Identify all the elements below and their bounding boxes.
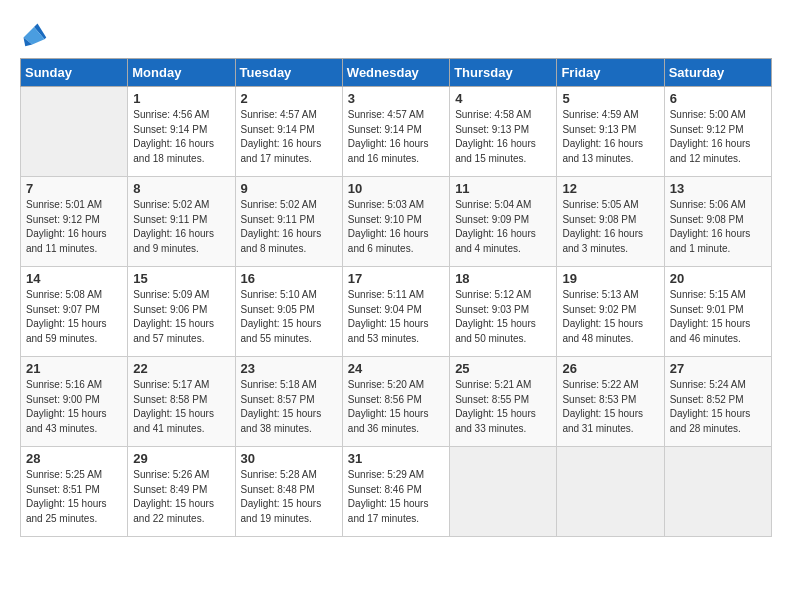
day-info: Sunrise: 5:13 AMSunset: 9:02 PMDaylight:… xyxy=(562,288,658,346)
calendar-cell: 23Sunrise: 5:18 AMSunset: 8:57 PMDayligh… xyxy=(235,357,342,447)
calendar-cell: 7Sunrise: 5:01 AMSunset: 9:12 PMDaylight… xyxy=(21,177,128,267)
calendar-cell: 21Sunrise: 5:16 AMSunset: 9:00 PMDayligh… xyxy=(21,357,128,447)
calendar-cell xyxy=(450,447,557,537)
calendar-cell xyxy=(557,447,664,537)
day-number: 14 xyxy=(26,271,122,286)
day-number: 11 xyxy=(455,181,551,196)
day-info: Sunrise: 4:59 AMSunset: 9:13 PMDaylight:… xyxy=(562,108,658,166)
day-info: Sunrise: 5:02 AMSunset: 9:11 PMDaylight:… xyxy=(133,198,229,256)
day-number: 28 xyxy=(26,451,122,466)
day-info: Sunrise: 5:25 AMSunset: 8:51 PMDaylight:… xyxy=(26,468,122,526)
day-info: Sunrise: 5:22 AMSunset: 8:53 PMDaylight:… xyxy=(562,378,658,436)
calendar-week-row: 21Sunrise: 5:16 AMSunset: 9:00 PMDayligh… xyxy=(21,357,772,447)
day-info: Sunrise: 5:20 AMSunset: 8:56 PMDaylight:… xyxy=(348,378,444,436)
calendar-table: SundayMondayTuesdayWednesdayThursdayFrid… xyxy=(20,58,772,537)
day-number: 26 xyxy=(562,361,658,376)
calendar-cell: 14Sunrise: 5:08 AMSunset: 9:07 PMDayligh… xyxy=(21,267,128,357)
day-info: Sunrise: 4:57 AMSunset: 9:14 PMDaylight:… xyxy=(241,108,337,166)
day-info: Sunrise: 5:12 AMSunset: 9:03 PMDaylight:… xyxy=(455,288,551,346)
calendar-cell: 29Sunrise: 5:26 AMSunset: 8:49 PMDayligh… xyxy=(128,447,235,537)
calendar-cell: 17Sunrise: 5:11 AMSunset: 9:04 PMDayligh… xyxy=(342,267,449,357)
day-info: Sunrise: 5:06 AMSunset: 9:08 PMDaylight:… xyxy=(670,198,766,256)
calendar-cell: 25Sunrise: 5:21 AMSunset: 8:55 PMDayligh… xyxy=(450,357,557,447)
page-header xyxy=(20,20,772,48)
day-info: Sunrise: 5:09 AMSunset: 9:06 PMDaylight:… xyxy=(133,288,229,346)
day-info: Sunrise: 5:26 AMSunset: 8:49 PMDaylight:… xyxy=(133,468,229,526)
day-number: 7 xyxy=(26,181,122,196)
calendar-cell: 13Sunrise: 5:06 AMSunset: 9:08 PMDayligh… xyxy=(664,177,771,267)
day-info: Sunrise: 5:11 AMSunset: 9:04 PMDaylight:… xyxy=(348,288,444,346)
day-number: 27 xyxy=(670,361,766,376)
day-number: 1 xyxy=(133,91,229,106)
day-info: Sunrise: 4:58 AMSunset: 9:13 PMDaylight:… xyxy=(455,108,551,166)
weekday-header: Wednesday xyxy=(342,59,449,87)
weekday-header: Sunday xyxy=(21,59,128,87)
day-number: 23 xyxy=(241,361,337,376)
weekday-header: Tuesday xyxy=(235,59,342,87)
logo-icon xyxy=(20,20,48,48)
day-number: 15 xyxy=(133,271,229,286)
day-info: Sunrise: 5:28 AMSunset: 8:48 PMDaylight:… xyxy=(241,468,337,526)
day-info: Sunrise: 5:10 AMSunset: 9:05 PMDaylight:… xyxy=(241,288,337,346)
calendar-cell: 4Sunrise: 4:58 AMSunset: 9:13 PMDaylight… xyxy=(450,87,557,177)
day-number: 2 xyxy=(241,91,337,106)
calendar-cell xyxy=(21,87,128,177)
calendar-cell: 18Sunrise: 5:12 AMSunset: 9:03 PMDayligh… xyxy=(450,267,557,357)
day-info: Sunrise: 5:02 AMSunset: 9:11 PMDaylight:… xyxy=(241,198,337,256)
day-info: Sunrise: 5:04 AMSunset: 9:09 PMDaylight:… xyxy=(455,198,551,256)
day-number: 9 xyxy=(241,181,337,196)
calendar-cell: 15Sunrise: 5:09 AMSunset: 9:06 PMDayligh… xyxy=(128,267,235,357)
day-info: Sunrise: 5:03 AMSunset: 9:10 PMDaylight:… xyxy=(348,198,444,256)
calendar-cell: 9Sunrise: 5:02 AMSunset: 9:11 PMDaylight… xyxy=(235,177,342,267)
day-info: Sunrise: 5:18 AMSunset: 8:57 PMDaylight:… xyxy=(241,378,337,436)
day-number: 5 xyxy=(562,91,658,106)
calendar-cell: 3Sunrise: 4:57 AMSunset: 9:14 PMDaylight… xyxy=(342,87,449,177)
day-number: 16 xyxy=(241,271,337,286)
calendar-week-row: 7Sunrise: 5:01 AMSunset: 9:12 PMDaylight… xyxy=(21,177,772,267)
calendar-cell: 2Sunrise: 4:57 AMSunset: 9:14 PMDaylight… xyxy=(235,87,342,177)
day-info: Sunrise: 5:24 AMSunset: 8:52 PMDaylight:… xyxy=(670,378,766,436)
calendar-week-row: 1Sunrise: 4:56 AMSunset: 9:14 PMDaylight… xyxy=(21,87,772,177)
calendar-cell: 16Sunrise: 5:10 AMSunset: 9:05 PMDayligh… xyxy=(235,267,342,357)
calendar-cell: 27Sunrise: 5:24 AMSunset: 8:52 PMDayligh… xyxy=(664,357,771,447)
day-info: Sunrise: 5:00 AMSunset: 9:12 PMDaylight:… xyxy=(670,108,766,166)
day-number: 10 xyxy=(348,181,444,196)
calendar-cell: 6Sunrise: 5:00 AMSunset: 9:12 PMDaylight… xyxy=(664,87,771,177)
day-number: 30 xyxy=(241,451,337,466)
calendar-cell: 19Sunrise: 5:13 AMSunset: 9:02 PMDayligh… xyxy=(557,267,664,357)
day-info: Sunrise: 5:29 AMSunset: 8:46 PMDaylight:… xyxy=(348,468,444,526)
day-number: 31 xyxy=(348,451,444,466)
day-number: 4 xyxy=(455,91,551,106)
calendar-cell: 26Sunrise: 5:22 AMSunset: 8:53 PMDayligh… xyxy=(557,357,664,447)
calendar-week-row: 14Sunrise: 5:08 AMSunset: 9:07 PMDayligh… xyxy=(21,267,772,357)
day-info: Sunrise: 5:05 AMSunset: 9:08 PMDaylight:… xyxy=(562,198,658,256)
day-number: 25 xyxy=(455,361,551,376)
calendar-cell: 11Sunrise: 5:04 AMSunset: 9:09 PMDayligh… xyxy=(450,177,557,267)
day-number: 12 xyxy=(562,181,658,196)
day-number: 24 xyxy=(348,361,444,376)
calendar-cell: 22Sunrise: 5:17 AMSunset: 8:58 PMDayligh… xyxy=(128,357,235,447)
weekday-header: Monday xyxy=(128,59,235,87)
day-number: 21 xyxy=(26,361,122,376)
calendar-cell: 10Sunrise: 5:03 AMSunset: 9:10 PMDayligh… xyxy=(342,177,449,267)
calendar-cell: 12Sunrise: 5:05 AMSunset: 9:08 PMDayligh… xyxy=(557,177,664,267)
weekday-header: Saturday xyxy=(664,59,771,87)
calendar-cell: 24Sunrise: 5:20 AMSunset: 8:56 PMDayligh… xyxy=(342,357,449,447)
day-number: 13 xyxy=(670,181,766,196)
day-number: 8 xyxy=(133,181,229,196)
calendar-cell: 28Sunrise: 5:25 AMSunset: 8:51 PMDayligh… xyxy=(21,447,128,537)
day-info: Sunrise: 5:17 AMSunset: 8:58 PMDaylight:… xyxy=(133,378,229,436)
calendar-cell xyxy=(664,447,771,537)
calendar-week-row: 28Sunrise: 5:25 AMSunset: 8:51 PMDayligh… xyxy=(21,447,772,537)
calendar-header-row: SundayMondayTuesdayWednesdayThursdayFrid… xyxy=(21,59,772,87)
calendar-cell: 31Sunrise: 5:29 AMSunset: 8:46 PMDayligh… xyxy=(342,447,449,537)
day-number: 19 xyxy=(562,271,658,286)
day-number: 3 xyxy=(348,91,444,106)
day-info: Sunrise: 4:56 AMSunset: 9:14 PMDaylight:… xyxy=(133,108,229,166)
weekday-header: Thursday xyxy=(450,59,557,87)
day-info: Sunrise: 5:01 AMSunset: 9:12 PMDaylight:… xyxy=(26,198,122,256)
day-number: 6 xyxy=(670,91,766,106)
logo xyxy=(20,20,52,48)
calendar-cell: 1Sunrise: 4:56 AMSunset: 9:14 PMDaylight… xyxy=(128,87,235,177)
day-number: 22 xyxy=(133,361,229,376)
